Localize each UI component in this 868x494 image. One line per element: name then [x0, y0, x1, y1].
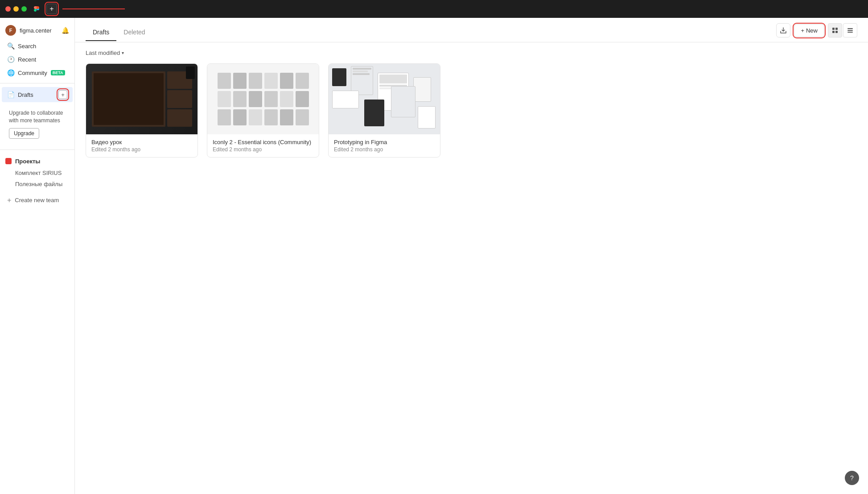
- recent-label: Recent: [18, 56, 36, 63]
- icons-thumbnail: [207, 64, 319, 134]
- avatar: F: [5, 25, 16, 36]
- file-name-3: Prototyping in Figma: [334, 139, 435, 145]
- file-info-1: Видео урок Edited 2 months ago: [86, 134, 197, 157]
- community-label: Community: [18, 70, 47, 76]
- header-actions: + New: [776, 23, 857, 42]
- svg-rect-1: [835, 28, 838, 30]
- file-meta-1: Edited 2 months ago: [91, 146, 192, 153]
- search-icon: 🔍: [7, 42, 14, 50]
- svg-rect-3: [835, 31, 838, 33]
- help-label: ?: [850, 474, 854, 482]
- drafts-add-button[interactable]: +: [58, 90, 67, 99]
- upgrade-box: Upgrade to collaborate with more teammat…: [4, 106, 70, 142]
- file-card-1[interactable]: Видео урок Edited 2 months ago: [86, 63, 198, 158]
- svg-rect-0: [832, 28, 835, 30]
- sort-bar[interactable]: Last modified ▾: [86, 50, 857, 56]
- tab-deleted-label: Deleted: [123, 29, 145, 36]
- svg-rect-2: [832, 31, 835, 33]
- sort-chevron-icon: ▾: [122, 50, 124, 55]
- create-team-label: Create new team: [15, 197, 59, 203]
- tabs: Drafts Deleted: [86, 24, 152, 41]
- titlebar: +: [0, 0, 868, 18]
- new-btn-label: New: [806, 27, 818, 34]
- team-section: Проекты Комплект SIRIUS Полезные файлы: [0, 154, 74, 191]
- list-view-button[interactable]: [843, 23, 857, 37]
- maximize-dot[interactable]: [21, 6, 27, 12]
- tab-deleted[interactable]: Deleted: [116, 24, 152, 41]
- file-thumbnail-1: [86, 64, 197, 134]
- figma-logo-icon[interactable]: [30, 3, 43, 15]
- tab-drafts[interactable]: Drafts: [86, 24, 116, 41]
- import-button[interactable]: [776, 23, 790, 37]
- file-info-3: Prototyping in Figma Edited 2 months ago: [329, 134, 440, 157]
- team-subitem-2-label: Полезные файлы: [15, 181, 62, 187]
- create-team-button[interactable]: + Create new team: [2, 193, 73, 208]
- file-card-2[interactable]: Iconly 2 - Essential icons (Community) E…: [207, 63, 319, 158]
- file-meta-3: Edited 2 months ago: [334, 146, 435, 153]
- svg-rect-4: [847, 28, 853, 29]
- sidebar-item-recent[interactable]: 🕐 Recent: [2, 53, 73, 66]
- sidebar-item-search[interactable]: 🔍 Search: [2, 39, 73, 53]
- user-info[interactable]: F figma.center: [5, 25, 52, 36]
- files-grid: Видео урок Edited 2 months ago: [86, 63, 857, 158]
- user-name: figma.center: [20, 27, 52, 34]
- file-info-2: Iconly 2 - Essential icons (Community) E…: [207, 134, 319, 157]
- content-header: Drafts Deleted + New: [75, 18, 868, 42]
- sidebar-item-drafts[interactable]: 📄 Drafts +: [2, 87, 73, 102]
- team-name-label: Проекты: [15, 158, 40, 165]
- new-btn-plus: +: [801, 27, 804, 34]
- add-tab-button[interactable]: +: [46, 4, 57, 14]
- svg-rect-6: [847, 32, 853, 33]
- new-button[interactable]: + New: [794, 24, 824, 37]
- team-name[interactable]: Проекты: [0, 155, 74, 167]
- team-subitem-1[interactable]: Комплект SIRIUS: [0, 167, 74, 179]
- team-subitem-2[interactable]: Полезные файлы: [0, 179, 74, 190]
- close-dot[interactable]: [5, 6, 11, 12]
- sidebar-divider: [0, 83, 74, 83]
- plus-icon: +: [7, 196, 11, 204]
- minimize-dot[interactable]: [13, 6, 19, 12]
- content-body: Last modified ▾: [75, 42, 868, 494]
- team-color-icon: [5, 158, 12, 164]
- prototype-thumbnail: [329, 64, 440, 134]
- sidebar-header: F figma.center 🔔: [0, 21, 74, 39]
- window-controls: [5, 6, 27, 12]
- sidebar: F figma.center 🔔 🔍 Search 🕐 Recent 🌐 Com…: [0, 18, 75, 494]
- annotation-line: [62, 8, 125, 9]
- main-content: Drafts Deleted + New: [75, 18, 868, 494]
- upgrade-text: Upgrade to collaborate with more teammat…: [9, 110, 63, 124]
- drafts-left: 📄 Drafts: [7, 91, 33, 98]
- svg-rect-5: [847, 30, 853, 31]
- tab-drafts-label: Drafts: [93, 29, 109, 36]
- view-toggle: [828, 23, 857, 37]
- file-name-2: Iconly 2 - Essential icons (Community): [213, 139, 313, 145]
- recent-icon: 🕐: [7, 56, 14, 63]
- file-card-3[interactable]: Prototyping in Figma Edited 2 months ago: [328, 63, 440, 158]
- file-thumbnail-3: [329, 64, 440, 134]
- drafts-icon: 📄: [7, 91, 14, 98]
- community-icon: 🌐: [7, 69, 14, 76]
- sidebar-divider-2: [0, 149, 74, 150]
- notification-bell-icon[interactable]: 🔔: [62, 27, 69, 34]
- drafts-label: Drafts: [18, 91, 33, 98]
- app-body: F figma.center 🔔 🔍 Search 🕐 Recent 🌐 Com…: [0, 18, 868, 494]
- video-thumbnail: [86, 64, 197, 134]
- grid-view-button[interactable]: [828, 23, 842, 37]
- beta-badge: Beta: [51, 70, 65, 75]
- sidebar-item-community[interactable]: 🌐 Community Beta: [2, 66, 73, 79]
- upgrade-button[interactable]: Upgrade: [9, 128, 39, 139]
- file-thumbnail-2: [207, 64, 319, 134]
- help-button[interactable]: ?: [845, 471, 859, 485]
- sort-label: Last modified: [86, 50, 120, 56]
- file-name-1: Видео урок: [91, 139, 192, 145]
- file-meta-2: Edited 2 months ago: [213, 146, 313, 153]
- team-subitem-1-label: Комплект SIRIUS: [15, 170, 62, 176]
- search-label: Search: [18, 43, 36, 50]
